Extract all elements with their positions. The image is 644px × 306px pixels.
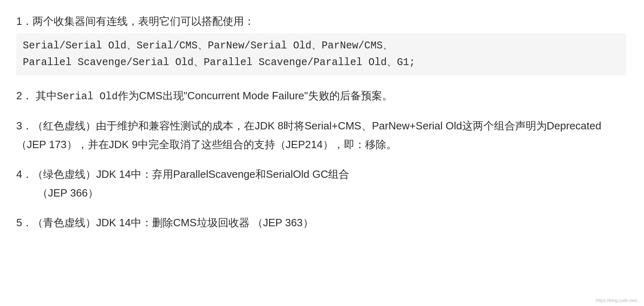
main-content: 1． 两个收集器间有连线，表明它们可以搭配使用： Serial/Serial O…	[16, 12, 626, 244]
section-4-number: 4．	[16, 168, 33, 180]
section-5-number: 5．	[16, 216, 33, 229]
code-line-1: Serial/Serial Old、Serial/CMS、ParNew/Seri…	[23, 40, 393, 52]
section-2-suffix: 作为CMS出现"Concurrent Mode Failure"失败的后备预案。	[118, 90, 393, 102]
code-line-2: Parallel Scavenge/Serial Old、Parallel Sc…	[23, 57, 415, 68]
section-2-code-inline: Serial Old	[57, 91, 118, 103]
section-2: 2． 其中Serial Old作为CMS出现"Concurrent Mode F…	[16, 87, 626, 106]
section-3-number: 3．	[16, 120, 33, 132]
section-2-prefix: 其中	[36, 90, 57, 102]
section-4-text-line2: （JEP 366）	[37, 187, 98, 199]
section-1-number: 1．	[16, 12, 33, 30]
section-5: 5．（青色虚线）JDK 14中：删除CMS垃圾回收器 （JEP 363）	[16, 214, 626, 232]
section-4-text-line1: （绿色虚线）JDK 14中：弃用ParallelScavenge和SerialO…	[33, 168, 349, 180]
section-5-text: （青色虚线）JDK 14中：删除CMS垃圾回收器 （JEP 363）	[33, 216, 313, 229]
section-4-line1: 4．（绿色虚线）JDK 14中：弃用ParallelScavenge和Seria…	[16, 165, 626, 184]
watermark: https://blog.csdn.net/...	[596, 298, 641, 303]
section-2-number: 2．	[16, 90, 33, 102]
section-3-text: （红色虚线）由于维护和兼容性测试的成本，在JDK 8时将Serial+CMS、P…	[16, 120, 601, 151]
section-3: 3．（红色虚线）由于维护和兼容性测试的成本，在JDK 8时将Serial+CMS…	[16, 117, 626, 154]
section-1-code: Serial/Serial Old、Serial/CMS、ParNew/Seri…	[16, 33, 626, 75]
section-4-line2: （JEP 366）	[16, 184, 626, 203]
section-4-body: 4．（绿色虚线）JDK 14中：弃用ParallelScavenge和Seria…	[16, 165, 626, 202]
section-1-title: 1． 两个收集器间有连线，表明它们可以搭配使用：	[16, 12, 626, 30]
section-4: 4．（绿色虚线）JDK 14中：弃用ParallelScavenge和Seria…	[16, 165, 626, 202]
section-5-body: 5．（青色虚线）JDK 14中：删除CMS垃圾回收器 （JEP 363）	[16, 214, 626, 232]
section-2-body: 2． 其中Serial Old作为CMS出现"Concurrent Mode F…	[16, 87, 626, 106]
section-1-text: 两个收集器间有连线，表明它们可以搭配使用：	[33, 12, 255, 30]
section-3-body: 3．（红色虚线）由于维护和兼容性测试的成本，在JDK 8时将Serial+CMS…	[16, 117, 626, 154]
section-1: 1． 两个收集器间有连线，表明它们可以搭配使用： Serial/Serial O…	[16, 12, 626, 75]
